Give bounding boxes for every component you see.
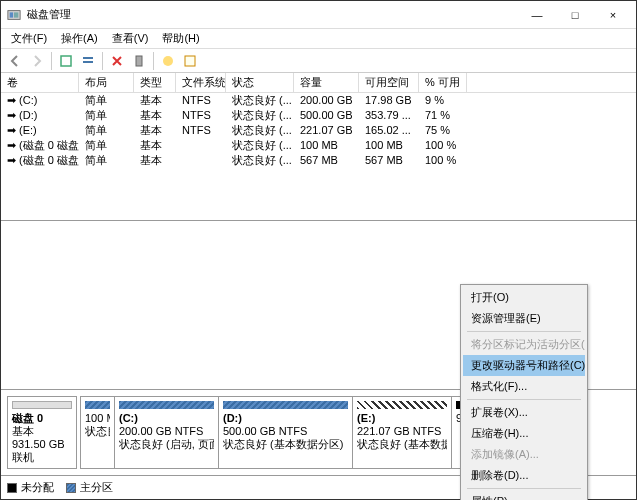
col-fs[interactable]: 文件系统 — [176, 73, 226, 92]
table-row[interactable]: ➡ (D:)简单基本NTFS状态良好 (...500.00 GB353.79 .… — [1, 108, 636, 123]
table-cell: 状态良好 (... — [226, 138, 294, 153]
volume-table: 卷 布局 类型 文件系统 状态 容量 可用空间 % 可用 ➡ (C:)简单基本N… — [1, 73, 636, 221]
col-volume[interactable]: 卷 — [1, 73, 79, 92]
svg-rect-3 — [61, 56, 71, 66]
table-cell: 567 MB — [359, 153, 419, 168]
menu-action[interactable]: 操作(A) — [55, 30, 104, 47]
window-buttons: — □ × — [520, 4, 630, 26]
table-cell: 简单 — [79, 108, 134, 123]
col-type[interactable]: 类型 — [134, 73, 176, 92]
table-cell: 500.00 GB — [294, 108, 359, 123]
toolbar — [1, 49, 636, 73]
disk-size: 931.50 GB — [12, 438, 72, 451]
refresh-button[interactable] — [56, 51, 76, 71]
col-layout[interactable]: 布局 — [79, 73, 134, 92]
table-row[interactable]: ➡ (磁盘 0 磁盘分区 1)简单基本状态良好 (...100 MB100 MB… — [1, 138, 636, 153]
partition-title: 200.00 GB NTFS — [119, 425, 214, 438]
table-cell: 基本 — [134, 108, 176, 123]
partition-stripe-icon — [85, 401, 110, 409]
table-cell: 基本 — [134, 93, 176, 108]
partition-title: 221.07 GB NTFS — [357, 425, 447, 438]
legend-unallocated: 未分配 — [7, 480, 54, 495]
col-free[interactable]: 可用空间 — [359, 73, 419, 92]
table-header: 卷 布局 类型 文件系统 状态 容量 可用空间 % 可用 — [1, 73, 636, 93]
minimize-button[interactable]: — — [520, 4, 554, 26]
disk-label: 磁盘 0 — [12, 412, 72, 425]
maximize-button[interactable]: □ — [558, 4, 592, 26]
col-status[interactable]: 状态 — [226, 73, 294, 92]
settings-button[interactable] — [129, 51, 149, 71]
table-cell: 状态良好 (... — [226, 123, 294, 138]
forward-button[interactable] — [27, 51, 47, 71]
table-cell: ➡ (磁盘 0 磁盘分区 6) — [1, 153, 79, 168]
col-capacity[interactable]: 容量 — [294, 73, 359, 92]
menu-help[interactable]: 帮助(H) — [156, 30, 205, 47]
partition[interactable]: (C:)200.00 GB NTFS状态良好 (启动, 页面文件, 故 — [114, 396, 219, 469]
table-cell: 状态良好 (... — [226, 108, 294, 123]
table-row[interactable]: ➡ (磁盘 0 磁盘分区 6)简单基本状态良好 (...567 MB567 MB… — [1, 153, 636, 168]
ctx-open[interactable]: 打开(O) — [463, 287, 585, 308]
menu-file[interactable]: 文件(F) — [5, 30, 53, 47]
toolbar-sep — [153, 52, 154, 70]
disk-bar-icon — [12, 401, 72, 409]
svg-rect-4 — [83, 57, 93, 59]
view-button[interactable] — [78, 51, 98, 71]
table-cell: ➡ (E:) — [1, 123, 79, 138]
partition[interactable]: (E:)221.07 GB NTFS状态良好 (基本数据分区) — [352, 396, 452, 469]
table-cell: 17.98 GB — [359, 93, 419, 108]
table-cell: NTFS — [176, 108, 226, 123]
menu-view[interactable]: 查看(V) — [106, 30, 155, 47]
table-cell: 基本 — [134, 153, 176, 168]
ctx-sep — [467, 488, 581, 489]
partition-letter: (C:) — [119, 412, 214, 425]
table-cell: 200.00 GB — [294, 93, 359, 108]
table-cell — [176, 138, 226, 153]
delete-button[interactable] — [107, 51, 127, 71]
svg-rect-8 — [185, 56, 195, 66]
disk-header[interactable]: 磁盘 0 基本 931.50 GB 联机 — [7, 396, 77, 469]
partition-status: 状态良好 (基本数据分区) — [357, 438, 447, 451]
ctx-change-letter[interactable]: 更改驱动器号和路径(C)... — [463, 355, 585, 376]
table-cell: 基本 — [134, 123, 176, 138]
table-cell: 567 MB — [294, 153, 359, 168]
ctx-sep — [467, 331, 581, 332]
ctx-shrink[interactable]: 压缩卷(H)... — [463, 423, 585, 444]
table-row[interactable]: ➡ (E:)简单基本NTFS状态良好 (...221.07 GB165.02 .… — [1, 123, 636, 138]
table-cell: 简单 — [79, 153, 134, 168]
list-button[interactable] — [180, 51, 200, 71]
toolbar-sep — [51, 52, 52, 70]
partition-title: 500.00 GB NTFS — [223, 425, 348, 438]
table-cell: NTFS — [176, 123, 226, 138]
table-cell: ➡ (C:) — [1, 93, 79, 108]
swatch-blue-icon — [66, 483, 76, 493]
menubar: 文件(F) 操作(A) 查看(V) 帮助(H) — [1, 29, 636, 49]
table-cell: 简单 — [79, 138, 134, 153]
swatch-black-icon — [7, 483, 17, 493]
ctx-properties[interactable]: 属性(P) — [463, 491, 585, 500]
table-row[interactable]: ➡ (C:)简单基本NTFS状态良好 (...200.00 GB17.98 GB… — [1, 93, 636, 108]
col-percent[interactable]: % 可用 — [419, 73, 467, 92]
partition[interactable]: (D:)500.00 GB NTFS状态良好 (基本数据分区) — [218, 396, 353, 469]
table-cell: 71 % — [419, 108, 467, 123]
partition-letter: (D:) — [223, 412, 348, 425]
ctx-mark-active: 将分区标记为活动分区(M) — [463, 334, 585, 355]
table-cell: 状态良好 (... — [226, 93, 294, 108]
titlebar: 磁盘管理 — □ × — [1, 1, 636, 29]
partition-stripe-icon — [357, 401, 447, 409]
ctx-format[interactable]: 格式化(F)... — [463, 376, 585, 397]
ctx-extend[interactable]: 扩展卷(X)... — [463, 402, 585, 423]
ctx-explore[interactable]: 资源管理器(E) — [463, 308, 585, 329]
ctx-delete[interactable]: 删除卷(D)... — [463, 465, 585, 486]
table-cell: 简单 — [79, 123, 134, 138]
table-cell: 基本 — [134, 138, 176, 153]
ctx-sep — [467, 399, 581, 400]
partition-size: 100 MB — [85, 412, 110, 425]
partition[interactable]: 100 MB状态良好 (... — [80, 396, 115, 469]
table-cell: 100 MB — [359, 138, 419, 153]
help-button[interactable] — [158, 51, 178, 71]
partition-status: 状态良好 (启动, 页面文件, 故 — [119, 438, 214, 451]
window-title: 磁盘管理 — [27, 7, 520, 22]
back-button[interactable] — [5, 51, 25, 71]
table-cell — [176, 153, 226, 168]
close-button[interactable]: × — [596, 4, 630, 26]
